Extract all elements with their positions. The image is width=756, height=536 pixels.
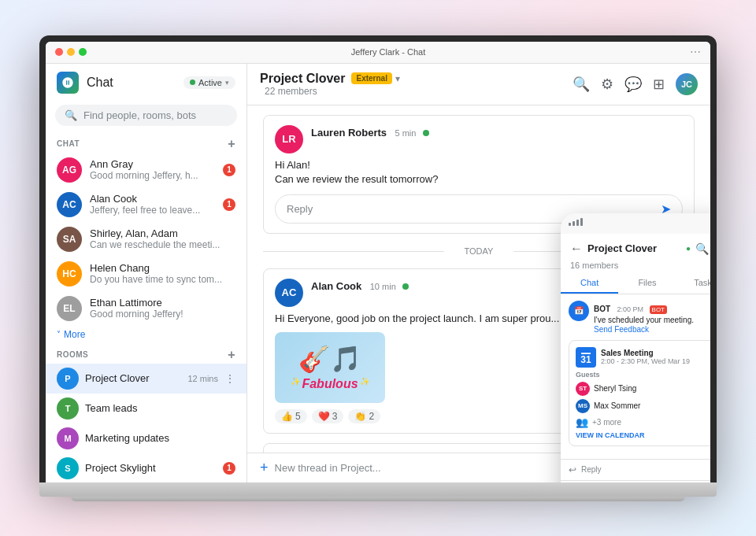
bot-text: I've scheduled your meeting. [594,315,694,325]
room-title-group: Project Clover External ▾ 22 members [260,72,400,97]
chat-section-label: CHAT + [46,132,246,153]
room-title: Project Clover [260,72,345,86]
online-indicator [423,130,429,136]
chat-item-ethan[interactable]: EL Ethan Lattimore Good morning Jeffery! [46,291,246,326]
chat-header: Project Clover External ▾ 22 members 🔍 ⚙… [247,64,710,105]
sidebar: Chat Active ▾ 🔍 Find people, rooms, bots [46,64,247,482]
room-item-skylight[interactable]: S Project Skylight 1 [46,453,246,482]
guest-sheryl: ST Sheryl Tsing [576,382,710,396]
sidebar-header: Chat Active ▾ [46,64,246,102]
more-guests: 👥 +3 more [576,416,710,428]
people-icon: 👥 [576,416,588,428]
event-details: Sales Meeting 2:00 - 2:30 PM, Wed Mar 19 [601,349,690,365]
unread-badge: 1 [223,198,235,211]
avatar: LR [275,125,303,153]
chat-item-alan[interactable]: AC Alan Cook Jeffery, feel free to leave… [46,187,246,222]
window-title: Jeffery Clark - Chat [87,47,690,57]
close-button[interactable] [55,48,63,56]
chat-info: Ann Gray Good morning Jeffery, h... [90,158,215,181]
room-dropdown-icon[interactable]: ▾ [395,73,400,84]
mobile-members-count: 16 members [561,261,710,273]
guitar-emoji: 🎸🎵 [291,344,369,374]
reaction-clap[interactable]: 👏 2 [348,409,380,423]
members-count: 22 members [265,86,400,97]
chat-preview: Do you have time to sync tom... [90,274,235,285]
search-box[interactable]: 🔍 Find people, rooms, bots [55,105,237,126]
reaction-heart[interactable]: ❤️ 3 [312,409,344,423]
send-feedback-link[interactable]: Send Feedback [594,325,694,334]
message-author: Lauren Roberts [311,127,387,139]
room-icon: T [57,397,79,420]
room-item-team-leads[interactable]: T Team leads [46,394,246,423]
back-icon[interactable]: ← [570,242,583,256]
maximize-button[interactable] [79,48,87,56]
room-icon: M [57,427,79,449]
rooms-section-label: ROOMS + [46,343,246,364]
apps-icon[interactable]: ⊞ [653,76,665,93]
bot-header: BOT 2:00 PM BOT [594,301,694,315]
mobile-room-name: Project Clover [587,242,680,254]
gif-content: 🎸🎵 ✨ Fabulous ✨ [291,344,369,391]
chat-preview: Good morning Jeffery, h... [90,170,215,181]
guest-avatar: MS [576,399,590,413]
guest-name: Sheryl Tsing [594,384,636,393]
mobile-overlay: ●●● ← Project Clover ● 🔍 ⋮ 16 members Ch… [561,213,710,482]
mobile-event-card: ▬▬ 31 Sales Meeting 2:00 - 2:30 PM, Wed … [569,340,710,446]
app-layout: Chat Active ▾ 🔍 Find people, rooms, bots [46,64,710,482]
guest-avatar: ST [576,382,590,396]
online-dot-mobile: ● [686,244,691,253]
chat-item-helen[interactable]: HC Helen Chang Do you have time to sync … [46,257,246,291]
add-room-button[interactable]: + [228,348,235,362]
tab-tasks[interactable]: Tasks [676,273,710,294]
room-item-project-clover[interactable]: P Project Clover 12 mins ⋮ [46,364,246,394]
reply-icon: ↩ [569,464,576,475]
event-time: 2:00 - 2:30 PM, Wed Mar 19 [601,357,690,365]
avatar: HC [57,261,82,286]
traffic-lights [55,48,87,56]
bot-message: 📅 BOT 2:00 PM BOT I've scheduled your me… [569,301,710,334]
signal-icon [569,218,583,226]
laptop-screen: Jeffery Clark - Chat ⋯ Chat [46,42,710,482]
room-name: Team leads [85,402,235,414]
message-time: 10 min [370,282,396,291]
mobile-new-thread[interactable]: + New thread [561,480,710,482]
chat-item-ann[interactable]: AG Ann Gray Good morning Jeffery, h... 1 [46,153,246,187]
view-calendar-button[interactable]: VIEW IN CALENDAR [576,431,710,439]
minimize-button[interactable] [67,48,75,56]
mobile-reply-bar[interactable]: ↩ Reply [561,459,710,480]
room-time: 12 mins [187,374,218,383]
chat-preview: Can we reschedule the meeti... [90,239,235,250]
tab-files[interactable]: Files [618,273,676,294]
mobile-title-bar: ← Project Clover ● 🔍 ⋮ [561,234,710,261]
chat-info: Alan Cook Jeffery, feel free to leave... [90,193,215,216]
more-chats-link[interactable]: ˅ More [46,326,246,343]
search-icon[interactable]: 🔍 [573,76,590,93]
calendar-icon: ▬▬ 31 [576,347,596,368]
message-info: Lauren Roberts 5 min [311,125,683,139]
plus-icon: + [260,460,269,476]
search-input[interactable]: Find people, rooms, bots [83,109,196,121]
chat-item-shirley[interactable]: SA Shirley, Alan, Adam Can we reschedule… [46,222,246,257]
window-menu[interactable]: ⋯ [690,46,701,58]
chat-name: Shirley, Alan, Adam [90,227,235,239]
event-title: Sales Meeting [601,349,690,357]
mobile-search-icon[interactable]: 🔍 [695,242,709,255]
chat-info: Helen Chang Do you have time to sync tom… [90,262,235,285]
room-menu-icon[interactable]: ⋮ [224,372,235,385]
status-badge[interactable]: Active ▾ [183,76,235,89]
guest-name: Max Sommer [594,401,640,410]
avatar: AC [57,192,82,217]
room-item-marketing[interactable]: M Marketing updates [46,423,246,453]
avatar: EL [57,296,82,321]
user-avatar[interactable]: JC [676,73,698,95]
settings-icon[interactable]: ⚙ [601,76,613,93]
chat-info: Ethan Lattimore Good morning Jeffery! [90,297,235,320]
title-bar: Jeffery Clark - Chat ⋯ [46,42,710,64]
guests-label: Guests [576,371,710,379]
reaction-thumbs[interactable]: 👍 5 [275,409,307,423]
message-text: Hi Alan! [275,158,683,172]
tab-chat[interactable]: Chat [561,273,618,294]
add-chat-button[interactable]: + [228,137,235,151]
search-icon: 🔍 [65,109,77,121]
chat-icon[interactable]: 💬 [624,76,642,93]
